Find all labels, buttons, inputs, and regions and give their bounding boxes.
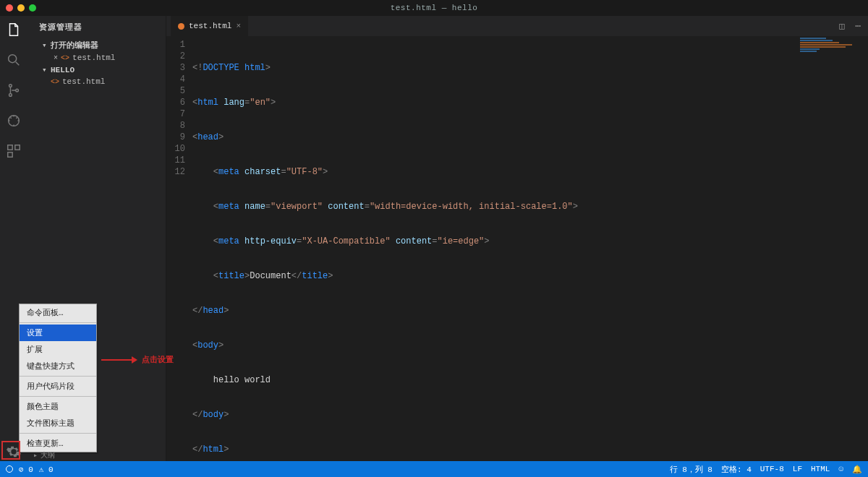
minimize-window-icon[interactable] bbox=[17, 4, 25, 12]
status-sync-icon[interactable] bbox=[6, 465, 13, 473]
debug-icon[interactable] bbox=[6, 113, 23, 130]
notifications-icon[interactable]: 🔔 bbox=[852, 465, 862, 474]
code-lines[interactable]: <!<!DOCTYPE html>DOCTYPE html> <html lan… bbox=[192, 39, 868, 477]
status-errors[interactable]: ⊘ 0 bbox=[19, 465, 33, 474]
line-gutter: 123456789101112 bbox=[166, 39, 192, 477]
status-lang[interactable]: HTML bbox=[811, 465, 830, 473]
html-file-icon: <> bbox=[61, 54, 69, 62]
folder-file-item[interactable]: <> test.html bbox=[29, 76, 166, 87]
files-icon[interactable] bbox=[6, 22, 23, 39]
svg-point-1 bbox=[9, 85, 12, 87]
annotation-label: 点击设置 bbox=[142, 354, 174, 365]
editor-tabs: test.html × ◫ ⋯ bbox=[166, 16, 868, 36]
code-area[interactable]: 123456789101112 <!<!DOCTYPE html>DOCTYPE… bbox=[166, 36, 868, 477]
editor: test.html × ◫ ⋯ 123456789101112 <!<!DOCT… bbox=[166, 16, 868, 461]
tab-label: test.html bbox=[189, 22, 231, 30]
menu-item-user-snippets[interactable]: 用户代码片段 bbox=[20, 378, 96, 395]
svg-rect-7 bbox=[8, 152, 12, 157]
open-editor-item[interactable]: × <> test.html bbox=[29, 52, 166, 64]
html-file-icon: <> bbox=[51, 78, 59, 86]
extensions-icon[interactable] bbox=[6, 143, 23, 160]
more-icon[interactable]: ⋯ bbox=[855, 20, 861, 32]
menu-separator bbox=[20, 322, 96, 323]
maximize-window-icon[interactable] bbox=[29, 4, 36, 12]
open-editors-header[interactable]: ▾打开的编辑器 bbox=[29, 38, 166, 52]
status-warnings[interactable]: ⚠ 0 bbox=[39, 465, 54, 474]
svg-marker-9 bbox=[132, 356, 137, 364]
titlebar: test.html — hello bbox=[0, 0, 868, 16]
menu-item-extensions[interactable]: 扩展 bbox=[20, 341, 96, 358]
breadcrumb[interactable]: ▸大纲 bbox=[30, 450, 55, 460]
minimap[interactable] bbox=[800, 38, 865, 66]
svg-rect-6 bbox=[15, 145, 20, 150]
svg-point-3 bbox=[16, 89, 19, 92]
menu-separator bbox=[20, 376, 96, 377]
menu-item-file-icon-theme[interactable]: 文件图标主题 bbox=[20, 415, 96, 431]
menu-item-settings[interactable]: 设置 bbox=[20, 325, 96, 341]
svg-point-2 bbox=[9, 94, 12, 97]
status-bar: ⊘ 0 ⚠ 0 行 8，列 8 空格: 4 UTF-8 LF HTML ☺ 🔔 bbox=[0, 461, 868, 477]
svg-rect-5 bbox=[8, 145, 12, 150]
window-title: test.html — hello bbox=[391, 4, 478, 12]
tab-test-html[interactable]: test.html × bbox=[171, 16, 248, 36]
close-icon[interactable]: × bbox=[54, 54, 58, 62]
close-window-icon[interactable] bbox=[6, 4, 13, 12]
status-spaces[interactable]: 空格: 4 bbox=[721, 464, 752, 475]
menu-separator bbox=[20, 433, 96, 434]
window-controls bbox=[6, 4, 36, 12]
annotation-arrow: 点击设置 bbox=[101, 354, 174, 365]
menu-separator bbox=[20, 396, 96, 397]
menu-item-command-palette[interactable]: 命令面板… bbox=[20, 304, 96, 321]
search-icon[interactable] bbox=[6, 52, 23, 69]
feedback-icon[interactable]: ☺ bbox=[838, 465, 843, 473]
svg-point-4 bbox=[9, 116, 20, 126]
file-label: test.html bbox=[72, 53, 115, 62]
close-icon[interactable]: × bbox=[236, 22, 241, 30]
status-eol[interactable]: LF bbox=[793, 465, 802, 473]
file-label: test.html bbox=[62, 77, 105, 86]
status-encoding[interactable]: UTF-8 bbox=[760, 465, 784, 473]
menu-item-check-updates[interactable]: 检查更新… bbox=[20, 435, 96, 452]
html-file-icon bbox=[178, 23, 184, 30]
status-cursor[interactable]: 行 8，列 8 bbox=[670, 464, 712, 475]
git-icon[interactable] bbox=[6, 82, 23, 100]
svg-point-0 bbox=[9, 55, 17, 63]
split-editor-icon[interactable]: ◫ bbox=[839, 20, 845, 32]
sidebar-title: 资源管理器 bbox=[29, 16, 166, 38]
menu-item-color-theme[interactable]: 颜色主题 bbox=[20, 398, 96, 415]
menu-item-keyboard-shortcuts[interactable]: 键盘快捷方式 bbox=[20, 358, 96, 374]
folder-header[interactable]: ▾HELLO bbox=[29, 64, 166, 76]
settings-context-menu: 命令面板… 设置 扩展 键盘快捷方式 用户代码片段 颜色主题 文件图标主题 检查… bbox=[19, 304, 97, 452]
